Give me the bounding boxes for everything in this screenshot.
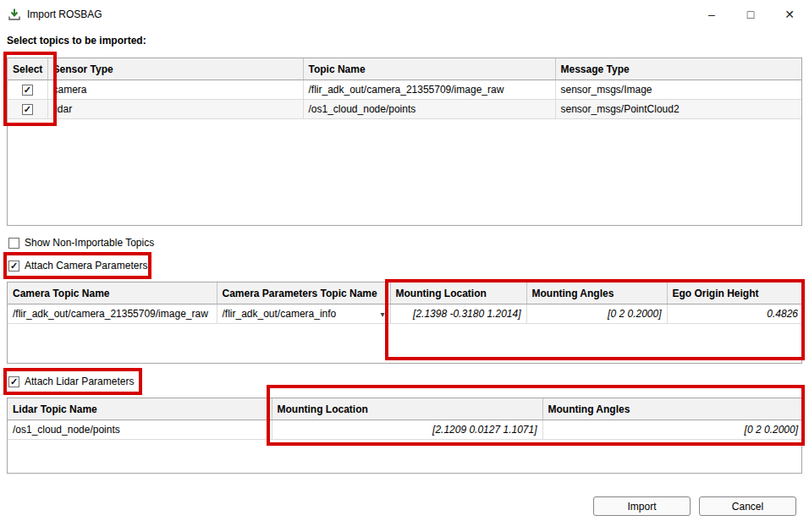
select-topics-label: Select topics to be imported: xyxy=(7,35,146,47)
message-type-cell: sensor_msgs/PointCloud2 xyxy=(555,100,802,119)
lidar-topic-name-cell: /os1_cloud_node/points xyxy=(8,420,272,440)
sensor-type-cell: camera xyxy=(47,80,303,100)
ego-origin-height-cell[interactable]: 0.4826 xyxy=(667,304,802,324)
maximize-button[interactable]: □ xyxy=(731,0,770,28)
import-rosbag-icon xyxy=(8,8,21,21)
attach-camera-checkbox[interactable]: ✓ xyxy=(8,261,19,271)
titlebar: Import ROSBAG – □ ✕ xyxy=(0,0,809,28)
attach-lidar-row: ✓ Attach Lidar Parameters xyxy=(8,376,134,387)
table-row: ✓ lidar /os1_cloud_node/points sensor_ms… xyxy=(8,100,802,119)
attach-camera-label: Attach Camera Parameters xyxy=(25,260,147,271)
camera-parameters-table: Camera Topic Name Camera Parameters Topi… xyxy=(7,282,802,364)
sensor-type-cell: lidar xyxy=(47,100,303,119)
camera-mounting-angles-cell[interactable]: [0 2 0.2000] xyxy=(526,304,667,324)
row-checkbox[interactable]: ✓ xyxy=(22,85,33,96)
attach-lidar-label: Attach Lidar Parameters xyxy=(25,376,134,387)
column-header-mounting-angles: Mounting Angles xyxy=(542,398,802,420)
camera-table-header-row: Camera Topic Name Camera Parameters Topi… xyxy=(8,282,802,304)
show-non-importable-label: Show Non-Importable Topics xyxy=(25,237,154,249)
dropdown-arrow-icon: ▾ xyxy=(380,310,384,319)
camera-parameters-topic-value: /flir_adk_out/camera_info xyxy=(223,308,337,320)
show-non-importable-checkbox[interactable] xyxy=(8,238,19,249)
column-header-ego-origin-height: Ego Origin Height xyxy=(667,282,802,304)
column-header-camera-topic-name: Camera Topic Name xyxy=(8,282,217,304)
attach-lidar-checkbox[interactable]: ✓ xyxy=(8,376,19,387)
window-title: Import ROSBAG xyxy=(27,8,102,20)
lidar-table-header-row: Lidar Topic Name Mounting Location Mount… xyxy=(8,398,802,420)
column-header-mounting-location: Mounting Location xyxy=(272,398,542,420)
topic-name-cell: /os1_cloud_node/points xyxy=(303,100,555,119)
select-cell: ✓ xyxy=(8,100,47,119)
column-header-camera-parameters-topic-name: Camera Parameters Topic Name xyxy=(217,282,390,304)
table-row: /os1_cloud_node/points [2.1209 0.0127 1.… xyxy=(8,420,802,440)
message-type-cell: sensor_msgs/Image xyxy=(555,80,802,100)
camera-topic-name-cell: /flir_adk_out/camera_21355709/image_raw xyxy=(8,304,217,324)
topic-name-cell: /flir_adk_out/camera_21355709/image_raw xyxy=(303,80,555,100)
close-button[interactable]: ✕ xyxy=(770,0,809,28)
minimize-button[interactable]: – xyxy=(692,0,731,28)
camera-parameters-topic-dropdown[interactable]: /flir_adk_out/camera_info ▾ xyxy=(217,304,390,324)
row-checkbox[interactable]: ✓ xyxy=(22,104,33,115)
attach-camera-row: ✓ Attach Camera Parameters xyxy=(8,260,147,271)
lidar-mounting-angles-cell[interactable]: [0 2 0.2000] xyxy=(542,420,802,440)
camera-mounting-location-cell[interactable]: [2.1398 -0.3180 1.2014] xyxy=(390,304,526,324)
table-row: /flir_adk_out/camera_21355709/image_raw … xyxy=(8,304,802,324)
column-header-topic-name: Topic Name xyxy=(303,58,555,80)
check-icon: ✓ xyxy=(24,104,31,114)
table-row: ✓ camera /flir_adk_out/camera_21355709/i… xyxy=(8,80,802,100)
column-header-mounting-angles: Mounting Angles xyxy=(526,282,667,304)
column-header-message-type: Message Type xyxy=(555,58,802,80)
check-icon: ✓ xyxy=(10,261,18,271)
check-icon: ✓ xyxy=(24,85,31,95)
show-non-importable-row: Show Non-Importable Topics xyxy=(8,237,154,249)
column-header-lidar-topic-name: Lidar Topic Name xyxy=(8,398,272,420)
lidar-parameters-table: Lidar Topic Name Mounting Location Mount… xyxy=(7,398,802,474)
column-header-select: Select xyxy=(8,58,47,80)
lidar-mounting-location-cell[interactable]: [2.1209 0.0127 1.1071] xyxy=(272,420,542,440)
select-cell: ✓ xyxy=(8,80,47,100)
topics-table: Select Sensor Type Topic Name Message Ty… xyxy=(7,58,802,226)
window-controls: – □ ✕ xyxy=(692,0,809,28)
cancel-button[interactable]: Cancel xyxy=(699,496,796,516)
column-header-mounting-location: Mounting Location xyxy=(390,282,526,304)
topics-table-header-row: Select Sensor Type Topic Name Message Ty… xyxy=(8,58,802,80)
check-icon: ✓ xyxy=(10,376,18,387)
import-button[interactable]: Import xyxy=(593,496,691,516)
column-header-sensor-type: Sensor Type xyxy=(47,58,303,80)
